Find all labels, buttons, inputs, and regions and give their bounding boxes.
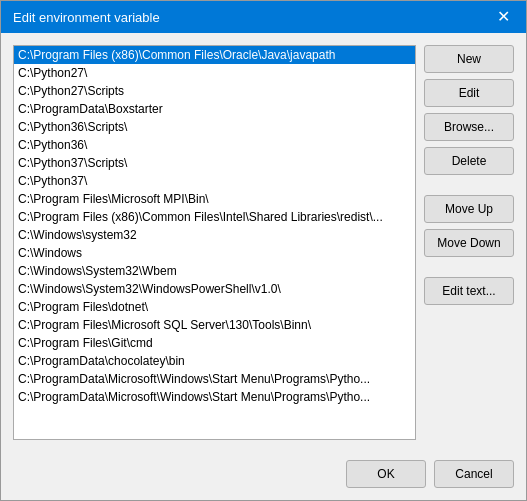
browse-button[interactable]: Browse... <box>424 113 514 141</box>
list-item[interactable]: C:\ProgramData\Boxstarter <box>14 100 415 118</box>
list-container: C:\Program Files (x86)\Common Files\Orac… <box>13 45 416 440</box>
list-item[interactable]: C:\Program Files (x86)\Common Files\Orac… <box>14 46 415 64</box>
env-var-listbox[interactable]: C:\Program Files (x86)\Common Files\Orac… <box>13 45 416 440</box>
dialog-title: Edit environment variable <box>13 10 160 25</box>
dialog-body: C:\Program Files (x86)\Common Files\Orac… <box>1 33 526 452</box>
list-item[interactable]: C:\Python36\ <box>14 136 415 154</box>
list-item[interactable]: C:\Program Files\Git\cmd <box>14 334 415 352</box>
list-item[interactable]: C:\Program Files\Microsoft SQL Server\13… <box>14 316 415 334</box>
move-up-button[interactable]: Move Up <box>424 195 514 223</box>
list-item[interactable]: C:\Windows <box>14 244 415 262</box>
title-bar: Edit environment variable ✕ <box>1 1 526 33</box>
list-item[interactable]: C:\Windows\System32\WindowsPowerShell\v1… <box>14 280 415 298</box>
new-button[interactable]: New <box>424 45 514 73</box>
list-item[interactable]: C:\Python36\Scripts\ <box>14 118 415 136</box>
list-item[interactable]: C:\Program Files\dotnet\ <box>14 298 415 316</box>
list-item[interactable]: C:\Python27\ <box>14 64 415 82</box>
close-button[interactable]: ✕ <box>493 9 514 25</box>
cancel-button[interactable]: Cancel <box>434 460 514 488</box>
buttons-panel: New Edit Browse... Delete Move Up Move D… <box>424 45 514 440</box>
list-item[interactable]: C:\Windows\system32 <box>14 226 415 244</box>
spacer <box>424 181 514 189</box>
edit-button[interactable]: Edit <box>424 79 514 107</box>
list-item[interactable]: C:\ProgramData\Microsoft\Windows\Start M… <box>14 388 415 406</box>
list-item[interactable]: C:\Python37\ <box>14 172 415 190</box>
spacer2 <box>424 263 514 271</box>
ok-button[interactable]: OK <box>346 460 426 488</box>
edit-text-button[interactable]: Edit text... <box>424 277 514 305</box>
edit-env-var-dialog: Edit environment variable ✕ C:\Program F… <box>0 0 527 501</box>
delete-button[interactable]: Delete <box>424 147 514 175</box>
move-down-button[interactable]: Move Down <box>424 229 514 257</box>
list-item[interactable]: C:\Python37\Scripts\ <box>14 154 415 172</box>
dialog-footer: OK Cancel <box>1 452 526 500</box>
list-item[interactable]: C:\ProgramData\chocolatey\bin <box>14 352 415 370</box>
list-item[interactable]: C:\Program Files\Microsoft MPI\Bin\ <box>14 190 415 208</box>
list-item[interactable]: C:\Program Files (x86)\Common Files\Inte… <box>14 208 415 226</box>
list-item[interactable]: C:\Python27\Scripts <box>14 82 415 100</box>
list-item[interactable]: C:\Windows\System32\Wbem <box>14 262 415 280</box>
list-item[interactable]: C:\ProgramData\Microsoft\Windows\Start M… <box>14 370 415 388</box>
